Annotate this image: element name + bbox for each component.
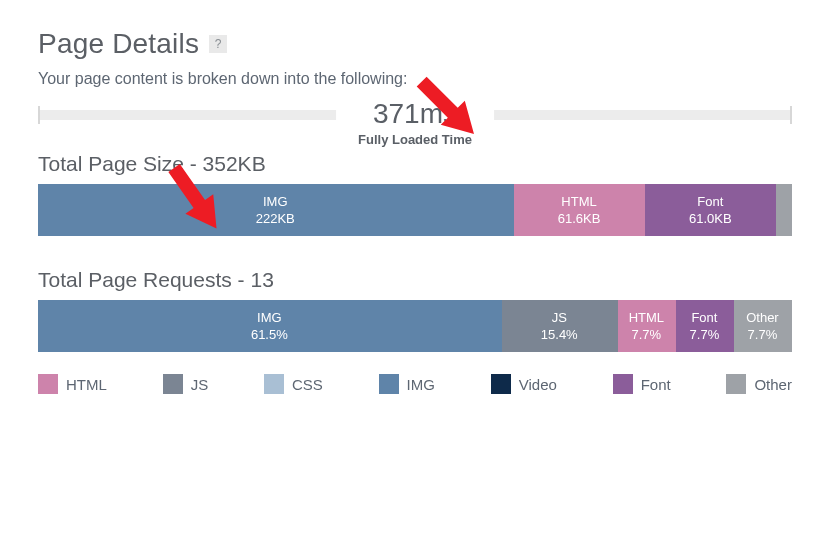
bar-segment-img[interactable]: IMG61.5% xyxy=(38,300,502,352)
legend-item-other[interactable]: Other xyxy=(726,374,792,394)
bar-segment-font[interactable]: Font61.0KB xyxy=(645,184,776,236)
legend-item-video[interactable]: Video xyxy=(491,374,557,394)
bar-segment-label: IMG xyxy=(257,310,282,325)
total-page-requests-title: Total Page Requests - 13 xyxy=(38,268,792,292)
bar-segment-value: 7.7% xyxy=(690,327,720,342)
legend-item-font[interactable]: Font xyxy=(613,374,671,394)
legend-label: JS xyxy=(191,376,209,393)
bar-segment-value: 15.4% xyxy=(541,327,578,342)
bar-segment-label: HTML xyxy=(629,310,664,325)
bar-segment-html[interactable]: HTML7.7% xyxy=(618,300,676,352)
legend-label: HTML xyxy=(66,376,107,393)
legend-label: IMG xyxy=(407,376,435,393)
legend-swatch xyxy=(163,374,183,394)
legend-swatch xyxy=(379,374,399,394)
legend-label: CSS xyxy=(292,376,323,393)
svg-marker-0 xyxy=(410,70,486,146)
bar-segment-html[interactable]: HTML61.6KB xyxy=(514,184,646,236)
bar-segment-js[interactable]: JS15.4% xyxy=(502,300,618,352)
bar-segment-value: 61.6KB xyxy=(558,211,601,226)
bar-segment-font[interactable]: Font7.7% xyxy=(676,300,734,352)
bar-segment-label: IMG xyxy=(263,194,288,209)
bar-segment-label: Font xyxy=(697,194,723,209)
bar-segment-label: HTML xyxy=(561,194,596,209)
page-requests-bar-chart: IMG61.5%JS15.4%HTML7.7%Font7.7%Other7.7% xyxy=(38,300,792,352)
bar-segment-label: Other xyxy=(746,310,779,325)
bar-segment-value: 7.7% xyxy=(632,327,662,342)
bar-segment-label: Font xyxy=(691,310,717,325)
arrow-icon xyxy=(148,150,238,240)
bar-segment-value: 61.5% xyxy=(251,327,288,342)
legend-swatch xyxy=(491,374,511,394)
legend-label: Video xyxy=(519,376,557,393)
svg-marker-1 xyxy=(160,158,230,238)
legend-label: Font xyxy=(641,376,671,393)
bar-segment-other[interactable]: Other7.7% xyxy=(734,300,792,352)
arrow-icon xyxy=(400,60,490,150)
bar-segment-img[interactable]: IMG222KB xyxy=(38,184,514,236)
bar-segment-value: 61.0KB xyxy=(689,211,732,226)
legend-swatch xyxy=(726,374,746,394)
bar-segment-value: 7.7% xyxy=(748,327,778,342)
bar-segment-value: 222KB xyxy=(256,211,295,226)
legend-label: Other xyxy=(754,376,792,393)
chart-legend: HTMLJSCSSIMGVideoFontOther xyxy=(38,374,792,394)
legend-item-js[interactable]: JS xyxy=(163,374,209,394)
page-title: Page Details xyxy=(38,28,199,60)
legend-item-img[interactable]: IMG xyxy=(379,374,435,394)
legend-item-css[interactable]: CSS xyxy=(264,374,323,394)
bar-segment-label: JS xyxy=(552,310,567,325)
legend-item-html[interactable]: HTML xyxy=(38,374,107,394)
legend-swatch xyxy=(264,374,284,394)
help-icon[interactable]: ? xyxy=(209,35,227,53)
legend-swatch xyxy=(38,374,58,394)
bar-segment-other[interactable] xyxy=(776,184,792,236)
legend-swatch xyxy=(613,374,633,394)
